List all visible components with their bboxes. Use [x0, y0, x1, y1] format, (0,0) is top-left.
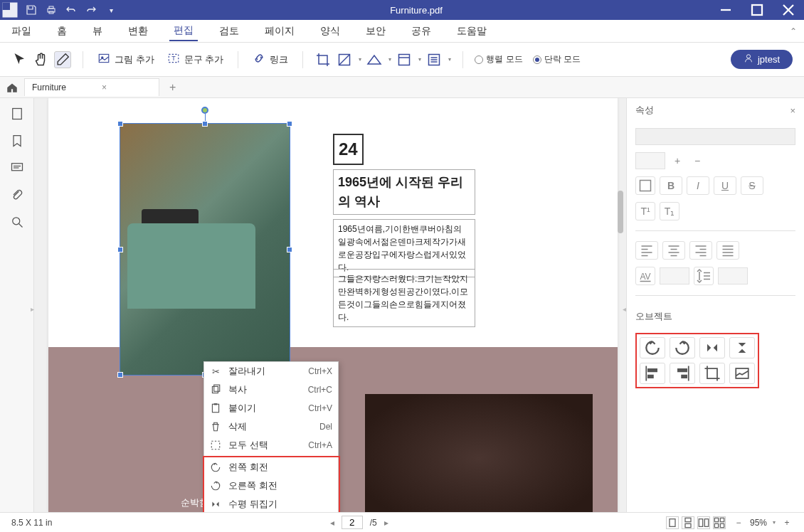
ctx-rotate-left[interactable]: 왼쪽 회전: [204, 458, 338, 477]
close-button[interactable]: [773, 0, 804, 20]
line-spacing-icon[interactable]: [694, 267, 714, 285]
resize-handle[interactable]: [117, 372, 123, 378]
background-icon[interactable]: [366, 51, 383, 68]
char-spacing-icon[interactable]: AV: [635, 267, 655, 285]
menu-file[interactable]: 파일: [7, 22, 36, 41]
scrollbar-thumb[interactable]: [618, 191, 623, 233]
view-two-page-icon[interactable]: [697, 516, 710, 529]
ctx-paste[interactable]: 붙이기Ctrl+V: [204, 399, 338, 417]
print-icon[interactable]: [46, 4, 57, 16]
dropdown-icon[interactable]: ▾: [388, 56, 391, 63]
attachments-icon[interactable]: [10, 188, 24, 202]
text-color-icon[interactable]: [635, 176, 655, 195]
align-justify-icon[interactable]: [716, 241, 739, 260]
align-left-icon[interactable]: [635, 241, 658, 260]
prev-page-icon[interactable]: ◂: [330, 518, 334, 528]
user-account-button[interactable]: jptest: [731, 50, 793, 69]
ctx-rotate-right[interactable]: 오른쪽 회전: [204, 477, 338, 495]
font-family-select[interactable]: [635, 128, 795, 145]
search-icon[interactable]: [10, 215, 24, 229]
undo-icon[interactable]: [65, 4, 77, 16]
rotate-left-icon[interactable]: [640, 337, 665, 358]
view-continuous-icon[interactable]: [682, 516, 694, 529]
minimize-button[interactable]: [710, 0, 741, 20]
content-image[interactable]: [365, 394, 593, 512]
add-image-button[interactable]: 그림 추가: [95, 52, 157, 67]
tab-close-icon[interactable]: ×: [102, 83, 107, 92]
resize-handle[interactable]: [117, 121, 123, 127]
maximize-button[interactable]: [741, 0, 773, 20]
text-paragraph[interactable]: 그들은자랑스러웠다.크기는작았지만완벽하게형성된공간이였다.이모든것이그들의손으…: [333, 269, 475, 327]
rotate-right-icon[interactable]: [670, 337, 695, 358]
char-spacing-value[interactable]: [660, 267, 689, 284]
crop-icon[interactable]: [314, 51, 332, 68]
subscript-button[interactable]: T₁: [660, 202, 679, 220]
ctx-select-all[interactable]: 모두 선택Ctrl+A: [204, 436, 338, 454]
page-number-input[interactable]: [342, 516, 363, 529]
resize-handle[interactable]: [287, 247, 292, 252]
ctx-delete[interactable]: 삭제Del: [204, 417, 338, 436]
more-icon[interactable]: [425, 51, 443, 68]
ctx-flip-horizontal[interactable]: 수평 뒤집기: [204, 495, 338, 512]
strikethrough-button[interactable]: S: [741, 176, 763, 195]
resize-handle[interactable]: [202, 121, 208, 127]
link-button[interactable]: 링크: [250, 52, 291, 67]
decrease-button[interactable]: −: [689, 153, 705, 169]
add-text-button[interactable]: T 문구 추가: [164, 52, 227, 67]
menu-page[interactable]: 페이지: [260, 22, 299, 41]
save-icon[interactable]: [26, 4, 37, 16]
align-object-left-icon[interactable]: [640, 363, 665, 384]
menu-edit[interactable]: 편집: [169, 21, 198, 41]
crop-object-icon[interactable]: [699, 363, 725, 384]
zoom-out-button[interactable]: −: [733, 517, 744, 528]
new-tab-button[interactable]: +: [165, 81, 180, 94]
align-right-icon[interactable]: [689, 241, 712, 260]
italic-button[interactable]: I: [687, 176, 709, 195]
panel-collapse-icon[interactable]: ◂: [623, 305, 626, 313]
menu-home[interactable]: 홈: [53, 22, 71, 41]
selected-image[interactable]: [120, 123, 290, 376]
zoom-in-button[interactable]: +: [781, 517, 793, 528]
dropdown-icon[interactable]: ▾: [418, 56, 421, 63]
resize-handle[interactable]: [117, 247, 123, 252]
align-object-right-icon[interactable]: [670, 363, 695, 384]
increase-button[interactable]: +: [670, 153, 685, 169]
home-tab-icon[interactable]: [6, 81, 18, 94]
document-canvas[interactable]: 24 1965년에 시작된 우리의 역사 1965년여름,기이한밴쿠버아침의일광…: [34, 98, 626, 512]
menu-share[interactable]: 공유: [407, 22, 435, 41]
replace-object-icon[interactable]: [729, 363, 755, 384]
resize-handle[interactable]: [287, 121, 292, 127]
select-tool-icon[interactable]: [11, 51, 28, 68]
line-spacing-value[interactable]: [718, 267, 748, 284]
ctx-cut[interactable]: ✂잘라내기Ctrl+X: [204, 362, 338, 381]
comments-icon[interactable]: [10, 161, 24, 175]
dropdown-icon[interactable]: ▾: [359, 56, 361, 63]
panel-close-icon[interactable]: ×: [790, 105, 795, 116]
document-tab[interactable]: Furniture ×: [24, 78, 159, 96]
watermark-icon[interactable]: [336, 51, 353, 68]
hand-tool-icon[interactable]: [33, 51, 50, 68]
ctx-copy[interactable]: 복사Ctrl+C: [204, 381, 338, 399]
bookmarks-icon[interactable]: [10, 134, 24, 148]
text-heading[interactable]: 1965년에 시작된 우리의 역사: [333, 169, 475, 215]
text-number[interactable]: 24: [333, 134, 364, 165]
underline-button[interactable]: U: [714, 176, 736, 195]
font-size-select[interactable]: [635, 152, 665, 169]
mode-row-radio[interactable]: 행렬 모드: [475, 53, 522, 65]
align-center-icon[interactable]: [662, 241, 685, 260]
flip-horizontal-icon[interactable]: [699, 337, 725, 358]
edit-tool-icon[interactable]: [54, 51, 71, 68]
menu-convert[interactable]: 변환: [124, 22, 152, 41]
menu-view[interactable]: 뷰: [88, 22, 107, 41]
menu-review[interactable]: 검토: [215, 22, 243, 41]
menu-form[interactable]: 양식: [316, 22, 344, 41]
menu-security[interactable]: 보안: [361, 22, 390, 41]
superscript-button[interactable]: T¹: [635, 202, 655, 220]
rotation-handle[interactable]: [201, 107, 208, 114]
zoom-level[interactable]: 95%: [750, 518, 767, 528]
thumbnails-icon[interactable]: [10, 107, 24, 121]
header-footer-icon[interactable]: [396, 51, 413, 68]
dropdown-icon[interactable]: ▾: [448, 56, 451, 63]
bold-button[interactable]: B: [660, 176, 682, 195]
mode-paragraph-radio[interactable]: 단락 모드: [533, 53, 581, 65]
